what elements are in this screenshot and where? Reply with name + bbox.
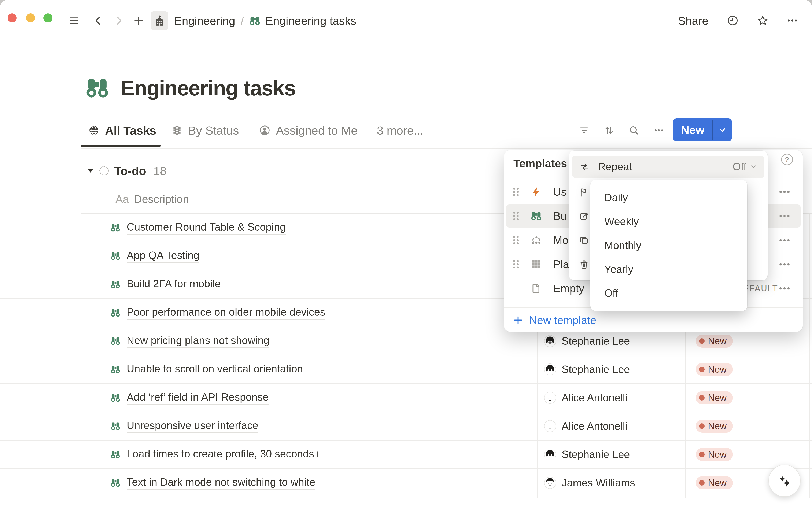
page-title[interactable]: Engineering tasks [121,76,296,100]
binoculars-icon [110,365,120,374]
group-name[interactable]: To-do [114,164,146,178]
status-badge[interactable]: New [696,391,733,404]
drag-handle-icon[interactable] [510,185,522,198]
sort-icon[interactable] [603,125,615,136]
clock-icon[interactable] [727,14,739,27]
menu-item-daily[interactable]: Daily [590,186,747,210]
menu-item-yearly[interactable]: Yearly [590,257,747,282]
status-badge[interactable]: New [696,476,733,490]
window-topbar: Engineering / Engineering tasks Share [0,0,812,32]
new-dropdown-button[interactable] [713,119,732,141]
template-label: Bu [553,210,567,222]
binoculars-icon[interactable] [85,76,109,100]
edit-icon[interactable] [579,211,589,221]
task-title[interactable]: Unable to scroll on vertical orientation [127,363,303,376]
page-title-row: Engineering tasks [85,74,296,102]
tab-by-status[interactable]: By Status [171,119,239,142]
assignee-cell[interactable]: Stephanie Lee [544,440,630,468]
task-title[interactable]: Unresponsive user interface [127,419,258,433]
tabs-divider [81,148,812,149]
star-icon[interactable] [757,14,769,27]
avatar [544,420,556,432]
drag-handle-icon[interactable] [510,210,522,222]
template-more-icon[interactable] [778,257,791,271]
tab-assigned-to-me[interactable]: Assigned to Me [259,119,358,142]
assignee-cell[interactable]: James Williams [544,469,635,497]
collapse-triangle-icon[interactable] [86,167,95,175]
drag-handle-icon[interactable] [510,258,522,270]
more-options-icon[interactable] [786,14,799,27]
group-header-todo: To-do 18 [86,159,167,182]
column-divider [809,214,810,498]
tab-label: Assigned to Me [276,124,358,137]
new-page-icon[interactable] [133,15,145,27]
table-row[interactable]: Text in Dark mode not switching to white… [0,469,812,497]
tab-all-tasks[interactable]: All Tasks [88,119,156,142]
trash-icon[interactable] [579,259,589,269]
back-icon[interactable] [92,15,104,27]
drag-handle-icon[interactable] [510,234,522,247]
help-icon[interactable]: ? [781,154,793,165]
assignee-name: Stephanie Lee [561,335,630,347]
view-more-icon[interactable] [653,125,664,136]
grid-icon [531,259,542,270]
traffic-close-button[interactable] [8,13,17,23]
notion-app-window: Engineering / Engineering tasks Share En… [0,0,812,508]
active-tab-underline [81,145,161,147]
group-count: 18 [153,164,167,178]
menu-item-weekly[interactable]: Weekly [590,210,747,234]
table-row[interactable]: Unresponsive user interface Alice Antone… [0,412,812,440]
sidebar-menu-icon[interactable] [68,15,80,27]
duplicate-icon[interactable] [579,235,589,245]
share-button[interactable]: Share [678,11,708,30]
breadcrumb-teamspace[interactable]: Engineering [174,14,235,27]
table-row[interactable]: Load times to create profile, 30 seconds… [0,440,812,469]
task-title[interactable]: Add ‘ref’ field in API Response [127,391,269,405]
repeat-value: Off [732,161,747,173]
task-title[interactable]: Text in Dark mode not switching to white [127,476,315,490]
table-row[interactable]: Unable to scroll on vertical orientation… [0,355,812,384]
template-more-icon[interactable] [778,234,791,247]
search-icon[interactable] [628,125,639,136]
menu-item-off[interactable]: Off [590,282,747,305]
template-more-icon[interactable] [778,282,791,295]
repeat-menu-item[interactable]: Repeat Off [572,156,764,178]
new-template-button[interactable]: New template [512,311,596,329]
task-title[interactable]: App QA Testing [127,249,199,263]
task-title[interactable]: Build 2FA for mobile [127,278,221,291]
table-row[interactable]: Add ‘ref’ field in API Response Alice An… [0,384,812,412]
flag-icon[interactable] [579,187,589,197]
task-title[interactable]: Customer Round Table & Scoping [127,221,286,235]
tab-more-views[interactable]: 3 more... [377,119,423,142]
column-header-description[interactable]: Aa Description [116,192,189,207]
assignee-cell[interactable]: Alice Antonelli [544,384,627,412]
filter-icon[interactable] [579,125,590,136]
chevron-down-icon [750,163,758,171]
teamspace-chip[interactable] [150,11,168,30]
assignee-cell[interactable]: Stephanie Lee [544,355,630,383]
task-title[interactable]: Poor performance on older mobile devices [127,306,325,320]
breadcrumb-page[interactable]: Engineering tasks [265,14,356,27]
plus-icon [512,314,524,326]
tab-label: All Tasks [105,124,156,137]
notion-ai-button[interactable] [768,465,801,497]
task-title[interactable]: New pricing plans not showing [127,334,269,348]
status-badge[interactable]: New [696,420,733,433]
column-header-label: Description [134,193,189,205]
template-more-icon[interactable] [778,185,791,199]
new-button[interactable]: New [673,119,732,141]
assignee-cell[interactable]: Alice Antonelli [544,412,627,440]
traffic-minimize-button[interactable] [26,13,35,23]
avatar [544,363,556,376]
template-more-icon[interactable] [778,209,791,223]
traffic-zoom-button[interactable] [43,13,52,23]
status-badge[interactable]: New [696,335,733,348]
binoculars-icon [110,336,120,346]
menu-item-monthly[interactable]: Monthly [590,234,747,257]
task-title[interactable]: Load times to create profile, 30 seconds… [127,448,320,461]
status-badge[interactable]: New [696,448,733,461]
assignee-name: Stephanie Lee [561,448,630,461]
status-badge[interactable]: New [696,363,733,376]
new-button-label[interactable]: New [673,119,712,141]
globe-icon [88,125,100,136]
